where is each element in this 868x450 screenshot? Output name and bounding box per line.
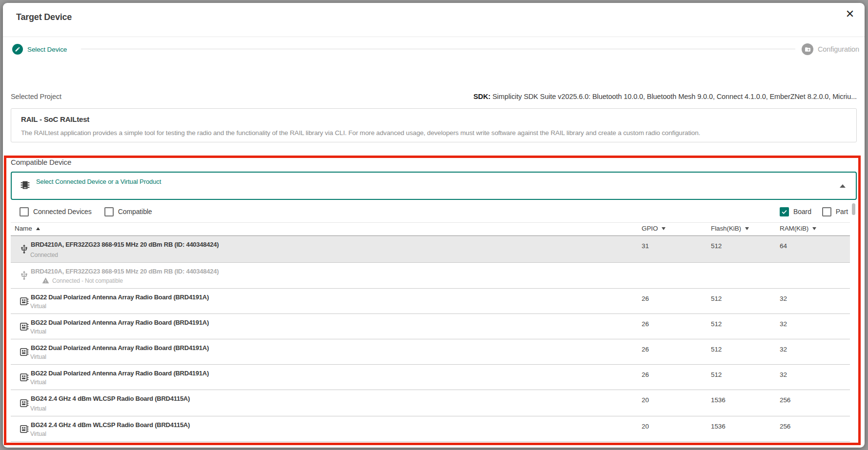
checkbox-label: Part [836, 208, 848, 215]
device-status-text: Virtual [30, 303, 46, 310]
ram-value: 32 [780, 371, 787, 378]
device-status: Connected [30, 252, 58, 258]
sdk-text: Simplicity SDK Suite v2025.6.0: Bluetoot… [490, 93, 857, 100]
device-status: Virtual [30, 430, 46, 437]
board-icon [18, 295, 30, 307]
device-title: BRD4210A, EFR32ZG23 868-915 MHz 20 dBm R… [31, 268, 219, 275]
stepper-connector-line [81, 49, 795, 49]
device-status: Connected - Not compatible [42, 277, 123, 284]
ram-value: 32 [780, 320, 787, 328]
column-header-name[interactable]: Name [15, 225, 40, 232]
flash-value: 512 [711, 242, 722, 250]
column-label: GPIO [642, 225, 658, 232]
device-status: Virtual [30, 328, 46, 335]
device-title: BG24 2.4 GHz 4 dBm WLCSP Radio Board (BR… [31, 395, 190, 402]
device-list: BRD4210A, EFR32ZG23 868-915 MHz 20 dBm R… [11, 236, 850, 442]
device-status-text: Virtual [30, 430, 46, 437]
sdk-prefix: SDK: [473, 93, 490, 100]
device-title: BG22 Dual Polarized Antenna Array Radio … [31, 370, 209, 377]
selected-project-label: Selected Project [11, 93, 61, 100]
project-description: The RAILtest application provides a simp… [21, 129, 700, 137]
column-header-gpio[interactable]: GPIO [642, 225, 666, 232]
gpio-value: 20 [642, 423, 649, 430]
device-status: Virtual [30, 405, 46, 412]
device-row[interactable]: BG22 Dual Polarized Antenna Array Radio … [11, 339, 850, 365]
filter-checkbox-compatible[interactable]: Compatible [104, 207, 152, 216]
device-status-text: Virtual [30, 328, 46, 335]
device-status: Virtual [30, 353, 46, 360]
device-row[interactable]: BG22 Dual Polarized Antenna Array Radio … [11, 365, 850, 390]
flash-value: 1536 [711, 396, 726, 404]
flash-value: 512 [711, 295, 722, 302]
gpio-value: 26 [642, 371, 649, 378]
flash-value: 512 [711, 371, 722, 378]
ram-filter-caret-icon[interactable] [812, 227, 816, 230]
warning-icon [42, 277, 49, 284]
board-icon [18, 423, 30, 434]
column-header-flash[interactable]: Flash(KiB) [711, 225, 749, 232]
device-select-dropdown[interactable]: Select Connected Device or a Virtual Pro… [11, 172, 857, 200]
checkbox-label: Connected Devices [33, 208, 92, 215]
device-status: Virtual [30, 303, 46, 310]
checkbox-unchecked-icon [104, 207, 114, 216]
checkbox-label: Compatible [118, 208, 152, 215]
dialog-title: Target Device [16, 12, 72, 22]
checkbox-checked-icon [780, 207, 789, 216]
filter-checkbox-connected-devices[interactable]: Connected Devices [20, 207, 92, 216]
selected-project-card: RAIL - SoC RAILtest The RAILtest applica… [11, 108, 857, 142]
edit-pencil-icon [12, 44, 23, 55]
column-label: Flash(KiB) [711, 225, 741, 232]
device-status-text: Connected [30, 252, 58, 258]
flash-value: 1536 [711, 423, 726, 430]
folder-plus-icon [802, 43, 813, 55]
type-checkbox-board[interactable]: Board [780, 207, 811, 216]
column-header-ram[interactable]: RAM(KiB) [780, 225, 816, 232]
device-row[interactable]: BG22 Dual Polarized Antenna Array Radio … [11, 314, 850, 339]
device-status: Virtual [30, 379, 46, 386]
device-status-text: Virtual [30, 405, 46, 412]
type-checkbox-part[interactable]: Part [822, 207, 848, 216]
device-row[interactable]: BG24 2.4 GHz 4 dBm WLCSP Radio Board (BR… [11, 390, 850, 416]
gpio-value: 26 [642, 346, 649, 353]
device-table: Name GPIO Flash(KiB) RAM(KiB) BRD4210A, … [11, 222, 850, 442]
scrollbar-thumb[interactable] [852, 203, 855, 215]
filter-bar: Connected DevicesCompatible BoardPart [11, 201, 857, 222]
connection-filters: Connected DevicesCompatible [20, 201, 152, 222]
device-row[interactable]: BG22 Dual Polarized Antenna Array Radio … [11, 289, 850, 314]
target-device-dialog: Target Device ✕ Select Device Configurat… [3, 3, 865, 448]
ram-value: 256 [780, 396, 790, 404]
gpio-value: 20 [642, 396, 649, 404]
flash-filter-caret-icon[interactable] [745, 227, 749, 230]
board-icon [18, 321, 30, 332]
device-title: BG24 2.4 GHz 4 dBm WLCSP Radio Board (BR… [31, 421, 190, 429]
project-name: RAIL - SoC RAILtest [21, 115, 89, 123]
gpio-filter-caret-icon[interactable] [662, 227, 666, 230]
device-title: BG22 Dual Polarized Antenna Array Radio … [31, 319, 209, 326]
flash-value: 512 [711, 346, 722, 353]
device-row[interactable]: BRD4210A, EFR32ZG23 868-915 MHz 20 dBm R… [11, 236, 850, 263]
column-label: Name [15, 225, 32, 232]
device-title: BG22 Dual Polarized Antenna Array Radio … [31, 293, 209, 301]
checkbox-label: Board [793, 208, 811, 215]
device-status-text: Virtual [30, 379, 46, 386]
usb-icon [18, 244, 30, 254]
device-status-text: Virtual [30, 353, 46, 360]
dropdown-placeholder: Select Connected Device or a Virtual Pro… [36, 178, 161, 185]
checkbox-unchecked-icon [20, 207, 29, 216]
board-icon [18, 397, 30, 409]
device-row: BRD4210A, EFR32ZG23 868-915 MHz 20 dBm R… [11, 263, 850, 289]
device-title: BRD4210A, EFR32ZG23 868-915 MHz 20 dBm R… [31, 241, 219, 248]
step-select-device[interactable]: Select Device [12, 44, 67, 55]
device-title: BG22 Dual Polarized Antenna Array Radio … [31, 344, 209, 352]
device-row[interactable]: BG24 2.4 GHz 4 dBm WLCSP Radio Board (BR… [11, 416, 850, 442]
ram-value: 64 [780, 242, 787, 250]
board-icon [18, 346, 30, 357]
column-label: RAM(KiB) [780, 225, 808, 232]
ram-value: 32 [780, 346, 787, 353]
gpio-value: 31 [642, 242, 649, 250]
flash-value: 512 [711, 320, 722, 328]
step-select-device-label: Select Device [27, 46, 67, 53]
close-icon[interactable]: ✕ [846, 7, 854, 22]
compatible-device-label: Compatible Device [11, 158, 71, 166]
step-configuration-label: Configuration [818, 45, 859, 53]
